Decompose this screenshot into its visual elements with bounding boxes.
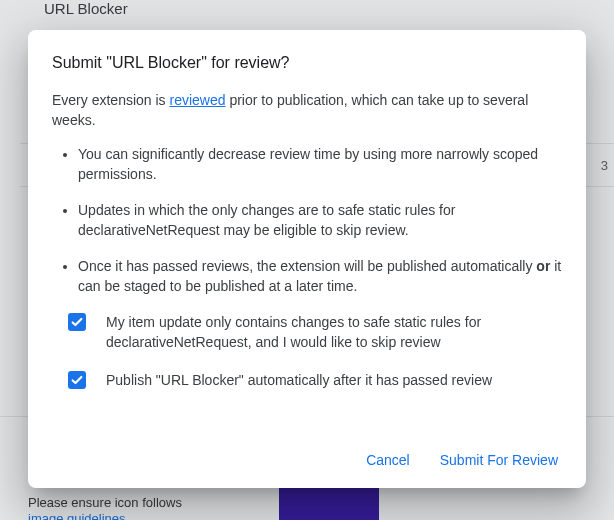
auto-publish-checkbox[interactable] [68, 371, 86, 389]
check-icon [70, 315, 84, 329]
skip-review-checkbox-row: My item update only contains changes to … [52, 312, 562, 352]
dialog-body: Every extension is reviewed prior to pub… [52, 90, 562, 422]
bullet-3-pre: Once it has passed reviews, the extensio… [78, 258, 536, 274]
bullet-item: Once it has passed reviews, the extensio… [78, 256, 562, 296]
auto-publish-checkbox-row: Publish "URL Blocker" automatically afte… [52, 370, 562, 390]
intro-pre: Every extension is [52, 92, 170, 108]
dialog-actions: Cancel Submit For Review [52, 422, 562, 476]
skip-review-checkbox[interactable] [68, 313, 86, 331]
bullet-3-strong: or [536, 258, 550, 274]
submit-for-review-button[interactable]: Submit For Review [436, 444, 562, 476]
auto-publish-label: Publish "URL Blocker" automatically afte… [106, 370, 492, 390]
info-bullets: You can significantly decrease review ti… [52, 144, 562, 296]
reviewed-link[interactable]: reviewed [170, 92, 226, 108]
bullet-item: You can significantly decrease review ti… [78, 144, 562, 184]
dialog-title: Submit "URL Blocker" for review? [52, 54, 562, 72]
skip-review-label: My item update only contains changes to … [106, 312, 562, 352]
intro-text: Every extension is reviewed prior to pub… [52, 90, 562, 130]
submit-review-dialog: Submit "URL Blocker" for review? Every e… [28, 30, 586, 488]
bullet-item: Updates in which the only changes are to… [78, 200, 562, 240]
check-icon [70, 373, 84, 387]
cancel-button[interactable]: Cancel [362, 444, 414, 476]
